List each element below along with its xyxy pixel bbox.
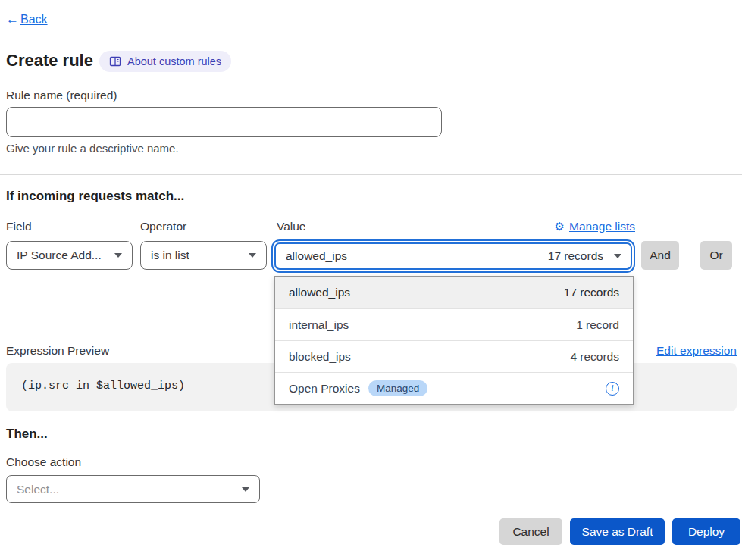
action-select[interactable]: Select...: [6, 475, 260, 503]
list-item-internal-ips[interactable]: internal_ips 1 record: [275, 308, 633, 340]
field-select[interactable]: IP Source Add...: [6, 241, 133, 270]
field-column-label: Field: [6, 220, 32, 233]
or-button[interactable]: Or: [700, 241, 732, 270]
match-section-heading: If incoming requests match...: [6, 189, 184, 204]
list-item-records: 17 records: [564, 286, 619, 299]
back-label: Back: [20, 13, 48, 27]
value-select-records: 17 records: [548, 249, 603, 263]
operator-column-label: Operator: [140, 220, 186, 233]
list-item-name: allowed_ips: [289, 286, 350, 299]
manage-lists-label: Manage lists: [569, 220, 635, 233]
chevron-down-icon: [114, 253, 122, 258]
rule-name-label: Rule name (required): [6, 89, 117, 102]
list-item-blocked-ips[interactable]: blocked_ips 4 records: [275, 340, 633, 372]
create-rule-page: ←Back Create rule About custom rules Rul…: [0, 0, 742, 560]
deploy-button[interactable]: Deploy: [672, 518, 740, 545]
save-as-draft-button[interactable]: Save as Draft: [570, 518, 665, 545]
gear-icon: ⚙: [555, 220, 565, 233]
book-icon: [109, 55, 121, 67]
chevron-down-icon: [249, 253, 256, 258]
rule-name-helper: Give your rule a descriptive name.: [6, 142, 179, 155]
list-dropdown: allowed_ips 17 records internal_ips 1 re…: [274, 276, 634, 405]
list-item-allowed-ips[interactable]: allowed_ips 17 records: [275, 277, 633, 308]
list-item-name: blocked_ips: [289, 350, 351, 364]
chevron-down-icon: [242, 487, 249, 492]
back-link[interactable]: ←Back: [6, 12, 48, 27]
value-column-label: Value: [277, 220, 306, 233]
expression-code: (ip.src in $allowed_ips): [21, 380, 185, 393]
list-item-records: 1 record: [576, 318, 619, 332]
page-title: Create rule: [6, 51, 93, 70]
value-select[interactable]: allowed_ips 17 records: [274, 242, 632, 270]
about-custom-rules-link[interactable]: About custom rules: [99, 51, 231, 72]
back-arrow-icon: ←: [6, 12, 19, 27]
section-divider: [0, 174, 742, 175]
and-button[interactable]: And: [641, 241, 679, 270]
rule-name-input[interactable]: [6, 107, 442, 137]
field-select-value: IP Source Add...: [17, 249, 102, 262]
expression-preview-label: Expression Preview: [6, 344, 109, 358]
list-item-name: Open Proxies: [289, 382, 360, 396]
info-icon[interactable]: i: [606, 382, 619, 396]
list-item-open-proxies[interactable]: Open Proxies Managed i: [275, 372, 633, 404]
about-custom-rules-label: About custom rules: [127, 55, 221, 67]
cancel-button[interactable]: Cancel: [499, 518, 562, 545]
operator-select[interactable]: is in list: [140, 241, 267, 270]
edit-expression-link[interactable]: Edit expression: [656, 344, 737, 358]
list-item-records: 4 records: [570, 350, 619, 364]
list-item-name: internal_ips: [289, 318, 349, 332]
manage-lists-link[interactable]: ⚙ Manage lists: [555, 220, 635, 233]
then-section-heading: Then...: [6, 427, 48, 442]
action-select-placeholder: Select...: [17, 483, 59, 496]
operator-select-value: is in list: [151, 249, 189, 262]
value-select-value: allowed_ips: [286, 249, 347, 263]
choose-action-label: Choose action: [6, 455, 81, 469]
chevron-down-icon: [614, 254, 621, 258]
managed-badge: Managed: [368, 380, 427, 396]
